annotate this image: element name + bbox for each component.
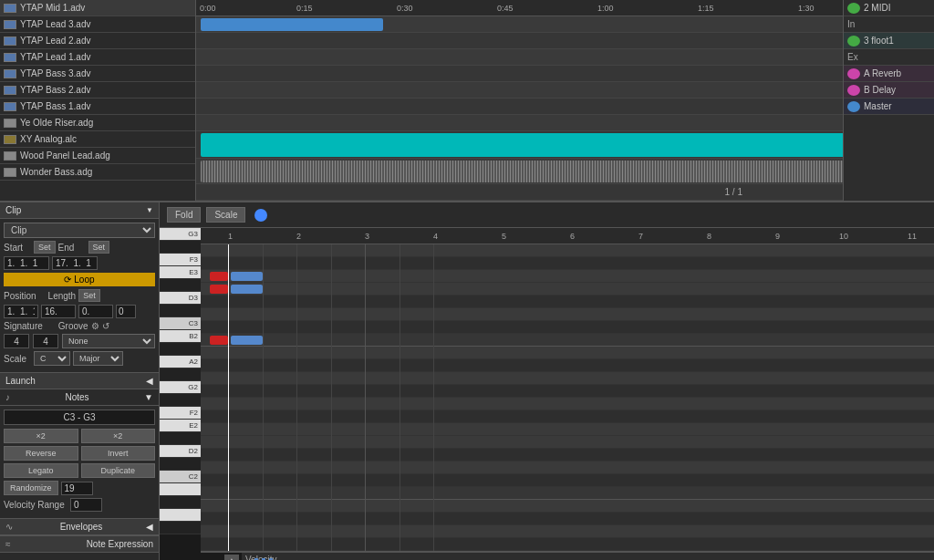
track-lane[interactable] <box>196 159 843 184</box>
grid-row-c2[interactable] <box>201 487 934 500</box>
grid-row-e2[interactable] <box>201 436 934 449</box>
velocity-range-input[interactable] <box>70 498 102 512</box>
scale-mode-select[interactable]: Major <box>73 351 123 366</box>
track-lane[interactable] <box>196 33 843 49</box>
length-input2[interactable] <box>78 305 113 318</box>
grid-row-a2[interactable] <box>201 372 934 385</box>
track-lane[interactable] <box>196 82 843 99</box>
piano-key-c2[interactable]: C2 <box>160 471 201 483</box>
piano-key-a1[interactable] <box>160 509 201 522</box>
piano-key-e2[interactable]: E2 <box>160 420 201 432</box>
track-lane[interactable] <box>196 66 843 82</box>
piano-key-a2[interactable]: A2 <box>160 356 201 368</box>
fold-button[interactable]: Fold <box>167 207 201 223</box>
groove-settings-icon[interactable]: ⚙ <box>91 321 99 331</box>
piano-key-g3[interactable]: G3 <box>160 228 201 241</box>
track-lane[interactable] <box>196 16 843 33</box>
note-e3-red[interactable] <box>210 285 228 294</box>
piano-key-ds3[interactable] <box>160 279 201 292</box>
grid-row-c3[interactable] <box>201 334 934 347</box>
sig-denominator-input[interactable] <box>33 334 58 348</box>
scale-button[interactable]: Scale <box>206 207 245 223</box>
piano-key-d2[interactable]: D2 <box>160 445 201 458</box>
track-lane[interactable] <box>196 49 843 66</box>
grid-row-b2[interactable] <box>201 347 934 359</box>
playhead-button[interactable] <box>254 209 267 222</box>
track-lane[interactable] <box>196 131 843 159</box>
grid-row-d2[interactable] <box>201 461 934 474</box>
clip-dropdown[interactable]: Clip <box>4 223 155 238</box>
mixer-track[interactable]: A Reverb <box>844 66 934 82</box>
track-item[interactable]: YTAP Bass 1.adv <box>0 99 195 115</box>
note-f3-blue[interactable] <box>231 272 263 281</box>
piano-key-b2[interactable]: B2 <box>160 330 201 343</box>
loop-button[interactable]: ⟳ Loop <box>4 273 155 286</box>
grid-row-f2[interactable] <box>201 423 934 436</box>
grid-row-cs2[interactable] <box>201 474 934 487</box>
groove-select[interactable]: None <box>62 334 155 348</box>
track-item[interactable]: Wonder Bass.adg <box>0 164 195 181</box>
mixer-btn-green[interactable] <box>847 3 860 14</box>
piano-key-as1[interactable] <box>160 496 201 509</box>
track-lane[interactable] <box>196 184 843 201</box>
grid-row-ab1[interactable] <box>201 538 934 551</box>
track-item[interactable]: YTAP Lead 2.adv <box>0 33 195 49</box>
grid-row-f3[interactable] <box>201 270 934 283</box>
piano-key-g2[interactable]: G2 <box>160 381 201 394</box>
track-item[interactable]: YTAP Lead 3.adv <box>0 16 195 33</box>
mixer-btn-green[interactable] <box>847 36 860 47</box>
piano-key-cs3[interactable] <box>160 305 201 317</box>
sig-numerator-input[interactable] <box>4 334 29 348</box>
velocity-grid[interactable]: Velocity 1 <box>242 553 934 560</box>
grid-row-eb2[interactable] <box>201 449 934 461</box>
piano-key-cs2[interactable] <box>160 458 201 471</box>
grid-row-cs3[interactable] <box>201 321 934 334</box>
grid-row-bb2[interactable] <box>201 359 934 372</box>
piano-key-b1[interactable] <box>160 483 201 496</box>
set-start-button[interactable]: Set <box>34 241 56 254</box>
grid-row-bb1[interactable] <box>201 513 934 525</box>
grid-row-ab2[interactable] <box>201 385 934 398</box>
clip-block-teal[interactable] <box>201 133 843 157</box>
mixer-btn-pink[interactable] <box>847 68 860 79</box>
mixer-track[interactable]: Master <box>844 99 934 115</box>
reverse-button[interactable]: Reverse <box>4 446 78 461</box>
velocity-nav-up[interactable]: ▲ <box>224 555 239 560</box>
length-input1[interactable] <box>41 305 76 318</box>
x2-left-button[interactable]: ×2 <box>4 429 78 443</box>
scale-key-select[interactable]: C <box>34 351 70 366</box>
mixer-track[interactable]: 3 floot1 <box>844 33 934 49</box>
set-length-button[interactable]: Set <box>78 289 100 302</box>
mixer-track[interactable]: B Delay <box>844 82 934 99</box>
track-item[interactable]: YTAP Mid 1.adv <box>0 0 195 16</box>
note-c3-blue[interactable] <box>231 336 263 345</box>
piano-key-f2[interactable]: F2 <box>160 407 201 420</box>
grid-row-d3[interactable] <box>201 308 934 321</box>
clip-block[interactable] <box>201 18 383 31</box>
piano-key-ds2[interactable] <box>160 432 201 445</box>
track-item[interactable]: Wood Panel Lead.adg <box>0 148 195 164</box>
legato-button[interactable]: Legato <box>4 463 78 478</box>
grid-row-fs2[interactable] <box>201 410 934 423</box>
mixer-btn-pink[interactable] <box>847 85 860 96</box>
position-input[interactable] <box>4 305 38 318</box>
piano-key-e3[interactable]: E3 <box>160 266 201 279</box>
groove-arrow-icon[interactable]: ↺ <box>102 321 109 331</box>
grid-area[interactable]: 1 2 3 4 5 6 7 8 9 10 11 <box>201 228 934 560</box>
note-c3-red[interactable] <box>210 336 228 345</box>
piano-key-as2[interactable] <box>160 343 201 356</box>
grid-row-a1[interactable] <box>201 525 934 538</box>
track-item[interactable]: YTAP Bass 2.adv <box>0 82 195 99</box>
set-end-button[interactable]: Set <box>88 241 110 254</box>
x2-right-button[interactable]: ×2 <box>81 429 156 443</box>
invert-button[interactable]: Invert <box>81 446 156 461</box>
end-value-input[interactable] <box>52 256 98 270</box>
randomize-value-input[interactable] <box>61 482 93 495</box>
mixer-track[interactable]: In <box>844 16 934 33</box>
piano-key-gs1[interactable] <box>160 522 201 534</box>
grid-row-e3[interactable] <box>201 283 934 296</box>
piano-key-d3[interactable]: D3 <box>160 292 201 305</box>
piano-key-fs3[interactable] <box>160 241 201 254</box>
grid-row-eb3[interactable] <box>201 296 934 308</box>
piano-key-gs2[interactable] <box>160 368 201 381</box>
